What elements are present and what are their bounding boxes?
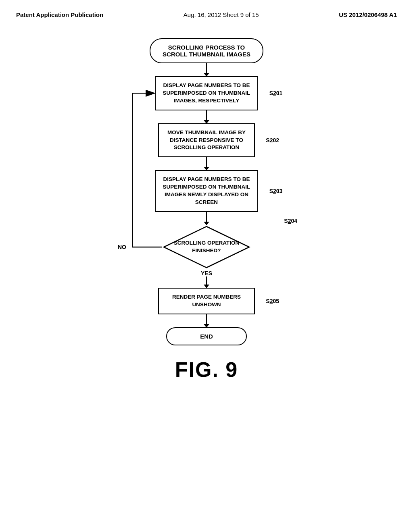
s204-diamond: SCROLLING OPERATIONFINISHED? bbox=[162, 225, 251, 269]
s205-label: S205 bbox=[266, 298, 279, 304]
yes-label: YES bbox=[201, 270, 212, 276]
s203-label: S203 bbox=[269, 188, 283, 194]
s202-row: MOVE THUMBNAIL IMAGE BYDISTANCE RESPONSI… bbox=[158, 123, 255, 158]
header-right: US 2012/0206498 A1 bbox=[339, 11, 397, 18]
start-box: SCROLLING PROCESS TOSCROLL THUMBNAIL IMA… bbox=[150, 38, 263, 63]
arrow-start-s201 bbox=[206, 63, 207, 76]
yes-section: YES bbox=[201, 269, 212, 288]
arrow-s203-s204 bbox=[206, 212, 207, 225]
end-box-row: END bbox=[166, 327, 247, 345]
s201-label: S201 bbox=[269, 90, 283, 96]
arrow-yes bbox=[206, 276, 207, 288]
no-label: NO bbox=[118, 244, 126, 250]
s201-row: DISPLAY PAGE NUMBERS TO BESUPERIMPOSED O… bbox=[155, 76, 259, 110]
s204-label: S204 bbox=[284, 218, 297, 224]
s202-label: S202 bbox=[266, 137, 279, 143]
flowchart: SCROLLING PROCESS TOSCROLL THUMBNAIL IMA… bbox=[65, 38, 348, 345]
arrow-s205-end bbox=[206, 314, 207, 327]
figure-label: FIG. 9 bbox=[175, 357, 238, 382]
diagram-container: SCROLLING PROCESS TOSCROLL THUMBNAIL IMA… bbox=[0, 22, 413, 382]
arrow-s201-s202 bbox=[206, 110, 207, 123]
s204-row: NO SCROLLING OPERATIONFINISHED? bbox=[162, 225, 251, 269]
s202-box: MOVE THUMBNAIL IMAGE BYDISTANCE RESPONSI… bbox=[158, 123, 255, 158]
end-box: END bbox=[166, 327, 247, 345]
s203-box: DISPLAY PAGE NUMBERS TO BESUPERIMPOSED O… bbox=[155, 170, 259, 212]
header-left: Patent Application Publication bbox=[16, 11, 103, 18]
s201-box: DISPLAY PAGE NUMBERS TO BESUPERIMPOSED O… bbox=[155, 76, 259, 110]
header-center: Aug. 16, 2012 Sheet 9 of 15 bbox=[184, 11, 259, 18]
s203-row: DISPLAY PAGE NUMBERS TO BESUPERIMPOSED O… bbox=[155, 170, 259, 212]
arrow-s202-s203 bbox=[206, 157, 207, 170]
s205-row: RENDER PAGE NUMBERSUNSHOWN S205 bbox=[158, 288, 255, 314]
page-header: Patent Application Publication Aug. 16, … bbox=[0, 0, 413, 22]
s204-text: SCROLLING OPERATIONFINISHED? bbox=[174, 239, 240, 255]
start-box-row: SCROLLING PROCESS TOSCROLL THUMBNAIL IMA… bbox=[150, 38, 263, 63]
s205-box: RENDER PAGE NUMBERSUNSHOWN bbox=[158, 288, 255, 314]
